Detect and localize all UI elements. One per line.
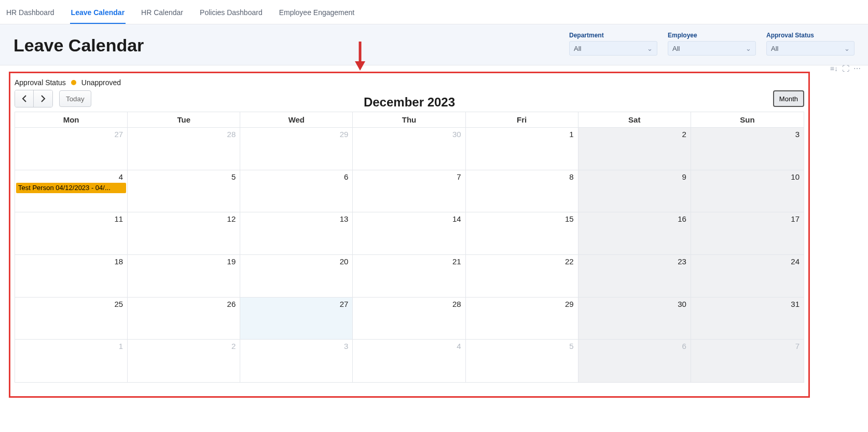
day-number: 29 bbox=[340, 130, 349, 139]
weekday-header: Thu bbox=[353, 112, 465, 128]
chevron-down-icon: ⌄ bbox=[844, 45, 850, 52]
calendar-cell[interactable]: 8 bbox=[466, 170, 578, 212]
tab-bar: HR DashboardLeave CalendarHR CalendarPol… bbox=[0, 0, 868, 24]
chevron-down-icon: ⌄ bbox=[746, 45, 751, 52]
day-number: 3 bbox=[344, 342, 348, 350]
day-number: 8 bbox=[569, 172, 573, 181]
tab-hr-calendar[interactable]: HR Calendar bbox=[140, 5, 184, 24]
calendar-cell[interactable]: 13 bbox=[240, 212, 353, 254]
day-number: 23 bbox=[678, 257, 686, 266]
tab-hr-dashboard[interactable]: HR Dashboard bbox=[5, 5, 56, 24]
calendar-cell[interactable]: 20 bbox=[240, 255, 353, 297]
calendar-cell[interactable]: 1 bbox=[15, 340, 128, 382]
today-button[interactable]: Today bbox=[59, 90, 91, 107]
calendar-cell[interactable]: 9 bbox=[578, 170, 691, 212]
svg-marker-1 bbox=[355, 61, 365, 71]
department-select[interactable]: All ⌄ bbox=[569, 41, 657, 56]
calendar-cell[interactable]: 16 bbox=[578, 212, 691, 254]
day-number: 11 bbox=[114, 214, 123, 223]
calendar-cell[interactable]: 19 bbox=[128, 255, 240, 297]
calendar-cell[interactable]: 24 bbox=[691, 255, 804, 297]
day-number: 31 bbox=[791, 300, 800, 308]
day-number: 28 bbox=[452, 300, 461, 308]
calendar-cell[interactable]: 25 bbox=[15, 298, 128, 340]
calendar-cell[interactable]: 10 bbox=[691, 170, 804, 212]
calendar-cell[interactable]: 4Test Person 04/12/2023 - 04/... bbox=[15, 170, 128, 212]
calendar-cell[interactable]: 27 bbox=[15, 128, 128, 170]
tab-leave-calendar[interactable]: Leave Calendar bbox=[70, 5, 126, 24]
calendar-cell[interactable]: 6 bbox=[240, 170, 353, 212]
calendar-cell[interactable]: 4 bbox=[353, 340, 465, 382]
calendar-cell[interactable]: 6 bbox=[578, 340, 691, 382]
select-value: All bbox=[574, 45, 581, 52]
prev-button[interactable] bbox=[15, 90, 34, 107]
select-value: All bbox=[672, 45, 680, 52]
day-number: 19 bbox=[227, 257, 236, 266]
calendar-cell[interactable]: 14 bbox=[353, 212, 465, 254]
calendar-cell[interactable]: 15 bbox=[466, 212, 578, 254]
filter-bar: Department All ⌄ Employee All ⌄ Approval… bbox=[569, 32, 855, 56]
tab-employee-engagement[interactable]: Employee Engagement bbox=[278, 5, 356, 24]
calendar-cell[interactable]: 27 bbox=[240, 298, 353, 340]
next-button[interactable] bbox=[34, 90, 52, 107]
calendar-cell[interactable]: 11 bbox=[15, 212, 128, 254]
month-view-button[interactable]: Month bbox=[773, 90, 804, 107]
calendar-cell[interactable]: 2 bbox=[578, 128, 691, 170]
filter-employee: Employee All ⌄ bbox=[668, 32, 756, 56]
day-number: 25 bbox=[114, 300, 123, 308]
weekday-header: Wed bbox=[240, 112, 353, 128]
calendar-cell[interactable]: 18 bbox=[15, 255, 128, 297]
day-number: 4 bbox=[457, 342, 461, 350]
calendar-cell[interactable]: 3 bbox=[691, 128, 804, 170]
day-number: 6 bbox=[682, 342, 686, 350]
arrow-annotation-icon bbox=[353, 40, 367, 73]
calendar-cell[interactable]: 12 bbox=[128, 212, 240, 254]
day-number: 16 bbox=[678, 214, 686, 223]
day-number: 29 bbox=[565, 300, 574, 308]
calendar-cell[interactable]: 1 bbox=[466, 128, 578, 170]
day-number: 30 bbox=[452, 130, 461, 139]
calendar-cell[interactable]: 17 bbox=[691, 212, 804, 254]
tab-policies-dashboard[interactable]: Policies Dashboard bbox=[199, 5, 264, 24]
calendar-cell[interactable]: 22 bbox=[466, 255, 578, 297]
fullscreen-icon[interactable]: ⛶ bbox=[842, 64, 849, 73]
calendar-cell[interactable]: 28 bbox=[353, 298, 465, 340]
calendar-cell[interactable]: 29 bbox=[466, 298, 578, 340]
calendar-cell[interactable]: 5 bbox=[466, 340, 578, 382]
legend-item-label: Unapproved bbox=[81, 78, 121, 87]
day-number: 30 bbox=[678, 300, 686, 308]
calendar-cell[interactable]: 5 bbox=[128, 170, 240, 212]
filter-icon[interactable]: ≡↓ bbox=[830, 64, 838, 73]
calendar-cell[interactable]: 7 bbox=[691, 340, 804, 382]
calendar-row: 25262728293031 bbox=[15, 298, 804, 340]
day-number: 3 bbox=[795, 130, 800, 139]
filter-label: Department bbox=[569, 32, 657, 39]
day-number: 10 bbox=[791, 172, 800, 181]
legend: Approval Status Unapproved bbox=[15, 78, 804, 87]
day-number: 1 bbox=[119, 342, 123, 350]
day-number: 7 bbox=[795, 342, 800, 350]
calendar-cell[interactable]: 26 bbox=[128, 298, 240, 340]
day-number: 26 bbox=[227, 300, 236, 308]
calendar-cell[interactable]: 29 bbox=[240, 128, 353, 170]
calendar-cell[interactable]: 3 bbox=[240, 340, 353, 382]
calendar-cell[interactable]: 23 bbox=[578, 255, 691, 297]
employee-select[interactable]: All ⌄ bbox=[668, 41, 756, 56]
day-number: 20 bbox=[340, 257, 349, 266]
day-number: 15 bbox=[565, 214, 574, 223]
day-number: 2 bbox=[682, 130, 686, 139]
calendar-cell[interactable]: 2 bbox=[128, 340, 240, 382]
calendar-cell[interactable]: 31 bbox=[691, 298, 804, 340]
calendar-cell[interactable]: 7 bbox=[353, 170, 465, 212]
day-number: 2 bbox=[231, 342, 236, 350]
more-icon[interactable]: ⋯ bbox=[853, 64, 861, 73]
approval-select[interactable]: All ⌄ bbox=[766, 41, 855, 56]
calendar-grid: MonTueWedThuFriSatSun 272829301234Test P… bbox=[15, 112, 804, 383]
weekday-header: Sun bbox=[691, 112, 804, 128]
calendar-cell[interactable]: 21 bbox=[353, 255, 465, 297]
calendar-cell[interactable]: 30 bbox=[578, 298, 691, 340]
calendar-cell[interactable]: 30 bbox=[353, 128, 465, 170]
chevron-down-icon: ⌄ bbox=[647, 45, 653, 52]
calendar-event[interactable]: Test Person 04/12/2023 - 04/... bbox=[16, 183, 126, 193]
calendar-cell[interactable]: 28 bbox=[128, 128, 240, 170]
